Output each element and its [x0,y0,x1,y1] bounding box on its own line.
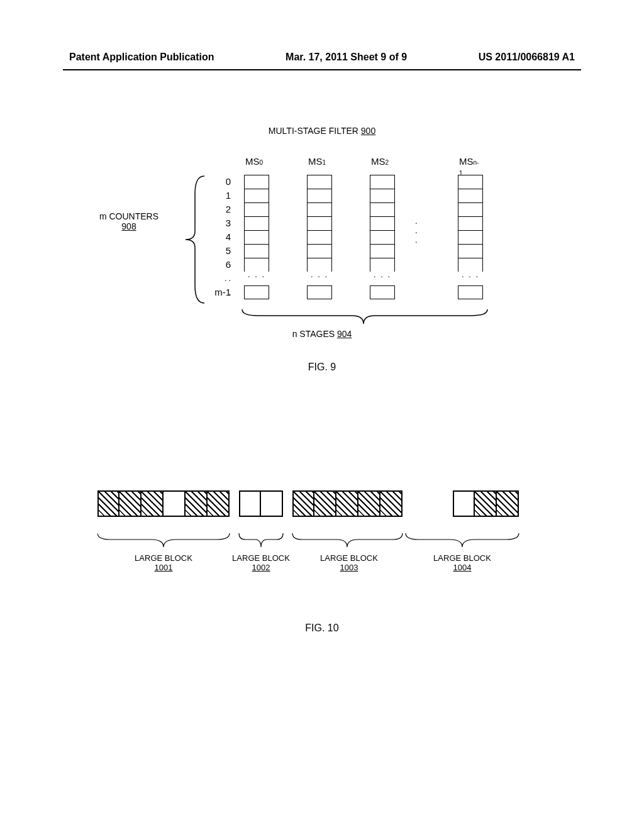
fig10-brackets [97,533,550,553]
block [164,490,186,517]
table-row [458,244,483,258]
block [358,490,380,517]
table-row [458,202,483,216]
stage-label-2: MS2 [371,156,389,167]
table-row [244,285,269,299]
vdots-icon: . . . [370,272,395,285]
block [261,490,283,517]
block [497,490,519,517]
block [239,490,261,517]
large-block-label-1: LARGE BLOCK1001 [107,553,220,572]
stage-col-0: . . . [244,175,269,299]
table-row [307,244,332,258]
block [453,490,475,517]
table-row [244,244,269,258]
block [380,490,402,517]
stage-col-2: . . . [370,175,395,299]
table-row [458,230,483,244]
table-row [370,244,395,258]
vdots-icon: . . . [307,272,332,285]
page-header: Patent Application Publication Mar. 17, … [0,52,644,63]
table-row [370,230,395,244]
vdots-icon: . . . [458,272,483,285]
bracket-left-icon [182,175,208,304]
table-row [244,230,269,244]
table-row [370,175,395,189]
block [475,490,497,517]
block [97,490,119,517]
large-block-label-3: LARGE BLOCK1003 [292,553,406,572]
table-row [370,189,395,202]
row-label-dots: . . . [223,272,231,285]
fig10-caption: FIG. 10 [0,622,644,634]
fig9-title: MULTI-STAGE FILTER 900 [0,126,644,136]
stages-ref: 904 [337,329,352,339]
table-row [458,175,483,189]
fig9-title-text: MULTI-STAGE FILTER [269,126,361,136]
stage-col-n1: . . . [458,175,483,299]
table-row [370,216,395,230]
table-row [244,189,269,202]
header-divider [63,69,581,70]
header-right: US 2011/0066819 A1 [479,52,575,63]
counters-ref: 908 [121,221,136,231]
table-row [244,175,269,189]
table-row [458,216,483,230]
table-row [307,285,332,299]
vdots-icon: . . . [244,272,269,285]
row-label-1: 1 [223,189,231,202]
table-row [307,216,332,230]
table-row [244,202,269,216]
row-labels: 0 1 2 3 4 5 6 . . . m-1 [223,175,231,299]
counters-label: m COUNTERS 908 [94,211,164,231]
fig9-title-ref: 900 [361,126,375,136]
stage-label-1: MS1 [308,156,326,167]
row-label-5: 5 [223,244,231,258]
table-row [307,175,332,189]
bracket-group-icon [97,533,550,551]
stages-text: n STAGES [292,329,337,339]
fig9-caption: FIG. 9 [0,362,644,373]
table-row [307,230,332,244]
table-row [307,202,332,216]
row-label-m1: m-1 [212,285,231,299]
row-label-0: 0 [223,175,231,189]
block [336,490,358,517]
stage-label-0: MS0 [245,156,263,167]
hdots-icon: . . . [415,216,419,245]
table-row [458,285,483,299]
table-row [370,202,395,216]
stages-label: n STAGES 904 [0,329,644,339]
block [314,490,336,517]
table-row [307,189,332,202]
row-label-2: 2 [223,202,231,216]
row-label-3: 3 [223,216,231,230]
table-row [370,285,395,299]
row-label-6: 6 [223,258,231,272]
block [292,490,314,517]
block [142,490,164,517]
block [208,490,230,517]
stage-col-1: . . . [307,175,332,299]
block [119,490,142,517]
bracket-bottom-icon [239,308,491,327]
large-block-label-4: LARGE BLOCK1004 [406,553,519,572]
table-row [244,216,269,230]
header-left: Patent Application Publication [69,52,214,63]
row-label-4: 4 [223,230,231,244]
block [186,490,208,517]
stage-label-n1: MSn-1 [459,156,479,177]
header-center: Mar. 17, 2011 Sheet 9 of 9 [286,52,407,63]
table-row [458,189,483,202]
counters-text: m COUNTERS [99,211,158,221]
